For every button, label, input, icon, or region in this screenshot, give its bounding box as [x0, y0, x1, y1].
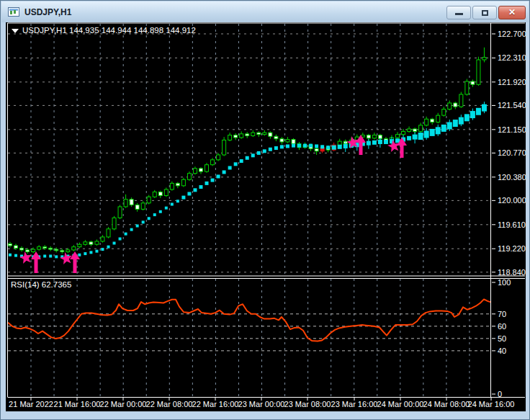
candle-body [372, 135, 376, 138]
candle-body [153, 192, 156, 197]
candle-body [448, 103, 452, 110]
trend-dot [101, 248, 104, 251]
trend-dot [199, 185, 202, 189]
rsi-axis-label: 60 [498, 322, 506, 331]
trend-dot [228, 166, 232, 169]
candle-body [269, 133, 272, 136]
price-axis-label: 120.000 [498, 196, 526, 205]
price-axis-label: 119.610 [498, 220, 526, 229]
candle-body [101, 237, 104, 241]
candle-body [471, 81, 475, 84]
candle-body [251, 133, 255, 135]
price-axis-label: 122.700 [498, 30, 526, 38]
candle-body [66, 250, 70, 252]
trend-dot [205, 182, 209, 185]
restore-button[interactable] [472, 6, 497, 19]
candle-body [280, 139, 284, 142]
trend-dot [136, 225, 139, 228]
time-axis-label: 24 Mar 00:00 [377, 400, 424, 408]
trend-dot [372, 140, 377, 145]
minimize-button[interactable] [446, 6, 471, 19]
rsi-pane-label: RSI(14) 62.7365 [11, 280, 71, 289]
candle-body [20, 248, 24, 250]
close-button[interactable]: ✕ [498, 6, 526, 19]
time-axis-label: 21 Mar 2022 [9, 400, 53, 408]
candle-body [141, 203, 145, 210]
candle-body [9, 243, 12, 246]
candle-body [234, 135, 238, 138]
trend-dot [280, 145, 284, 148]
trend-dot [459, 117, 464, 125]
trend-dot [430, 129, 435, 136]
candle-body [43, 247, 47, 249]
candle-body [217, 155, 220, 160]
trend-dot [424, 130, 429, 138]
candle-body [84, 242, 87, 244]
candle-body [118, 207, 122, 218]
candle-body [431, 119, 434, 122]
price-axis-label: 120.380 [498, 173, 526, 182]
candle-body [228, 135, 232, 140]
price-axis-label: 120.770 [498, 148, 526, 157]
trend-dot [320, 145, 324, 148]
candle-body [78, 244, 81, 246]
trend-dot [165, 207, 168, 210]
candle-body [135, 205, 139, 209]
symbol-dropdown-icon[interactable] [12, 29, 19, 33]
candle-body [95, 241, 99, 244]
trend-dot [447, 122, 452, 129]
trend-dot [407, 136, 411, 140]
titlebar[interactable]: USDJPY,H1 ✕ [1, 1, 529, 22]
trend-dot [482, 104, 487, 112]
trend-dot [453, 120, 458, 127]
price-chart-canvas[interactable]: 122.700122.310121.920121.540121.150120.7… [6, 22, 526, 411]
trend-dot [269, 148, 272, 151]
trend-dot [343, 144, 348, 148]
window-controls: ✕ [446, 6, 526, 19]
candle-body [55, 249, 58, 251]
chart-client-area[interactable]: 122.700122.310121.920121.540121.150120.7… [6, 22, 526, 411]
trend-dot [181, 196, 185, 200]
trend-dot [441, 125, 446, 132]
trend-dot [367, 141, 371, 146]
trend-dot [142, 220, 145, 223]
candle-body [465, 81, 469, 94]
trend-dot [78, 254, 81, 256]
candle-body [147, 197, 151, 203]
trend-dot [470, 111, 475, 118]
trend-dot [95, 250, 98, 253]
candle-body [425, 119, 428, 125]
trend-dot [49, 255, 52, 258]
trend-dot [43, 255, 46, 258]
time-axis-label: 22 Mar 00:00 [100, 400, 147, 408]
candle-body [442, 110, 446, 116]
trend-dot [263, 149, 266, 153]
candle-body [205, 165, 209, 171]
time-axis-label: 22 Mar 08:00 [146, 400, 193, 408]
price-axis-label: 118.840 [498, 268, 526, 277]
trend-dot [384, 140, 388, 144]
buy-arrow-icon [31, 251, 41, 273]
time-axis-label: 24 Mar 16:00 [468, 400, 515, 408]
trend-dot [240, 159, 243, 163]
candle-body [170, 183, 174, 189]
candle-body [263, 133, 266, 135]
trend-dot [286, 144, 289, 148]
chart-icon [8, 7, 19, 17]
candle-body [130, 200, 133, 205]
trend-dot [257, 151, 261, 155]
candle-body [14, 246, 18, 248]
trend-dot [107, 246, 110, 249]
candle-body [107, 229, 110, 237]
trend-dot [418, 133, 423, 140]
candle-body [367, 135, 370, 138]
close-icon: ✕ [499, 6, 525, 19]
trend-dot [9, 254, 12, 256]
trend-dot [217, 174, 220, 178]
trend-dot [187, 192, 191, 195]
time-axis-label: 23 Mar 16:00 [331, 400, 378, 408]
price-axis-label: 121.920 [498, 78, 526, 86]
rsi-line [8, 299, 491, 341]
candle-body [286, 140, 289, 142]
trend-dot [148, 217, 151, 220]
